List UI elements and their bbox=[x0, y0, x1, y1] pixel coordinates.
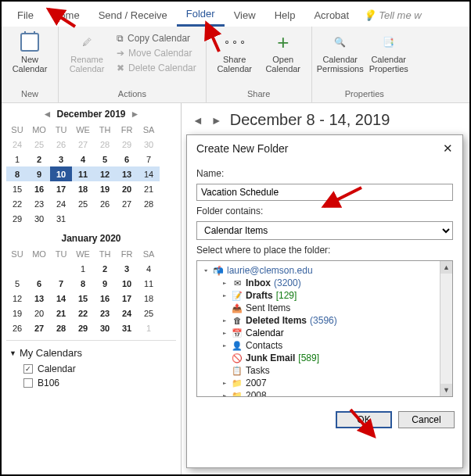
day-cell[interactable]: 16 bbox=[28, 181, 50, 196]
share-calendar-button[interactable]: ⚬⚬⚬ Share Calendar bbox=[213, 31, 257, 73]
scroll-down-icon[interactable]: ▼ bbox=[440, 384, 452, 396]
day-cell[interactable]: 7 bbox=[50, 276, 72, 291]
day-cell[interactable]: 27 bbox=[72, 137, 94, 152]
tree-item[interactable]: ▸📁 2008 bbox=[200, 389, 449, 397]
scroll-up-icon[interactable]: ▲ bbox=[440, 261, 452, 274]
day-cell[interactable]: 10 bbox=[50, 166, 72, 181]
day-cell[interactable]: 29 bbox=[72, 320, 94, 335]
day-cell[interactable]: 12 bbox=[6, 291, 28, 306]
folder-tree[interactable]: ▾📬 laurie@clemson.edu▸✉ Inbox (3200)▸📝 D… bbox=[196, 260, 453, 397]
calendar-list-item[interactable]: ✓Calendar bbox=[9, 362, 173, 376]
expand-icon[interactable]: ▸ bbox=[221, 318, 228, 324]
day-cell[interactable]: 15 bbox=[72, 291, 94, 306]
day-cell[interactable]: 6 bbox=[116, 152, 138, 166]
day-cell[interactable]: 1 bbox=[72, 261, 94, 276]
tree-item[interactable]: 📋 Tasks bbox=[200, 364, 449, 377]
calendar-list-item[interactable]: B106 bbox=[9, 376, 173, 390]
day-cell[interactable]: 28 bbox=[138, 196, 160, 211]
day-cell[interactable]: 5 bbox=[6, 276, 28, 291]
day-cell[interactable]: 29 bbox=[116, 137, 138, 152]
day-cell[interactable]: 5 bbox=[94, 152, 116, 166]
tree-item[interactable]: 🚫 Junk Email [589] bbox=[200, 352, 449, 364]
day-cell[interactable]: 17 bbox=[116, 291, 138, 306]
day-cell[interactable]: 26 bbox=[50, 137, 72, 152]
day-cell[interactable]: 22 bbox=[6, 196, 28, 211]
day-cell[interactable]: 23 bbox=[28, 196, 50, 211]
day-cell[interactable]: 13 bbox=[28, 291, 50, 306]
calendar-permissions-button[interactable]: 🔍 Calendar Permissions bbox=[318, 31, 362, 73]
day-cell[interactable]: 24 bbox=[6, 137, 28, 152]
tree-item[interactable]: ▸👤 Contacts bbox=[200, 339, 449, 352]
folder-contains-select[interactable]: Calendar Items bbox=[196, 221, 453, 240]
expand-icon[interactable]: ▸ bbox=[221, 381, 228, 386]
day-cell[interactable]: 4 bbox=[138, 261, 160, 276]
my-calendars-header[interactable]: ▼My Calendars bbox=[9, 347, 173, 359]
day-cell[interactable]: 23 bbox=[94, 306, 116, 320]
day-cell[interactable]: 28 bbox=[94, 137, 116, 152]
day-cell[interactable]: 25 bbox=[28, 137, 50, 152]
tab-view[interactable]: View bbox=[225, 5, 265, 26]
day-cell[interactable]: 15 bbox=[6, 181, 28, 196]
tab-help[interactable]: Help bbox=[265, 5, 305, 26]
tree-item[interactable]: ▾📬 laurie@clemson.edu bbox=[200, 264, 449, 277]
new-calendar-button[interactable]: New Calendar bbox=[8, 31, 52, 73]
day-cell[interactable]: 19 bbox=[94, 181, 116, 196]
day-cell[interactable]: 14 bbox=[50, 291, 72, 306]
day-cell[interactable]: 4 bbox=[72, 152, 94, 166]
day-cell[interactable]: 26 bbox=[94, 196, 116, 211]
day-cell[interactable]: 31 bbox=[50, 211, 72, 226]
day-cell[interactable]: 24 bbox=[116, 306, 138, 320]
tell-me[interactable]: 💡Tell me w bbox=[363, 9, 421, 21]
close-icon[interactable]: ✕ bbox=[443, 141, 453, 156]
day-cell[interactable]: 7 bbox=[138, 152, 160, 166]
next-week-button[interactable]: ► bbox=[211, 114, 222, 127]
expand-icon[interactable]: ▸ bbox=[221, 393, 228, 398]
day-cell[interactable]: 29 bbox=[6, 211, 28, 226]
calendar-properties-button[interactable]: 📑 Calendar Properties bbox=[367, 31, 411, 73]
tree-item[interactable]: ▸✉ Inbox (3200) bbox=[200, 277, 449, 289]
day-cell[interactable]: 14 bbox=[138, 166, 160, 181]
prev-week-button[interactable]: ◄ bbox=[192, 114, 203, 127]
day-cell[interactable]: 11 bbox=[138, 276, 160, 291]
tree-item[interactable]: ▸📝 Drafts [129] bbox=[200, 289, 449, 302]
day-cell[interactable]: 24 bbox=[50, 196, 72, 211]
day-cell[interactable]: 13 bbox=[116, 166, 138, 181]
day-cell[interactable]: 3 bbox=[116, 261, 138, 276]
day-cell[interactable]: 10 bbox=[116, 276, 138, 291]
cancel-button[interactable]: Cancel bbox=[398, 411, 455, 428]
folder-name-input[interactable] bbox=[196, 184, 453, 201]
day-cell[interactable]: 6 bbox=[28, 276, 50, 291]
day-cell[interactable]: 18 bbox=[72, 181, 94, 196]
day-cell[interactable]: 1 bbox=[138, 320, 160, 335]
tree-item[interactable]: ▸📁 2007 bbox=[200, 377, 449, 389]
day-cell[interactable]: 9 bbox=[28, 166, 50, 181]
day-cell[interactable]: 16 bbox=[94, 291, 116, 306]
expand-icon[interactable]: ▸ bbox=[221, 331, 228, 336]
tree-item[interactable]: 📤 Sent Items bbox=[200, 302, 449, 314]
tab-home[interactable]: Home bbox=[43, 5, 89, 26]
day-cell[interactable]: 19 bbox=[6, 306, 28, 320]
checkbox-icon[interactable] bbox=[23, 378, 33, 388]
day-cell[interactable]: 30 bbox=[28, 211, 50, 226]
ok-button[interactable]: OK bbox=[336, 411, 392, 428]
prev-month-button[interactable]: ◄ bbox=[43, 109, 52, 120]
day-cell[interactable]: 3 bbox=[50, 152, 72, 166]
day-cell[interactable]: 2 bbox=[28, 152, 50, 166]
day-cell[interactable]: 27 bbox=[28, 320, 50, 335]
day-cell[interactable]: 20 bbox=[28, 306, 50, 320]
day-cell[interactable]: 20 bbox=[116, 181, 138, 196]
open-calendar-button[interactable]: + Open Calendar bbox=[261, 31, 305, 73]
tab-file[interactable]: File bbox=[8, 5, 43, 26]
checkbox-icon[interactable]: ✓ bbox=[23, 364, 33, 374]
day-cell[interactable]: 18 bbox=[138, 291, 160, 306]
expand-icon[interactable]: ▾ bbox=[202, 268, 210, 274]
day-cell[interactable]: 9 bbox=[94, 276, 116, 291]
tree-item[interactable]: ▸🗑 Deleted Items (3596) bbox=[200, 314, 449, 327]
day-cell[interactable]: 26 bbox=[6, 320, 28, 335]
day-cell[interactable]: 30 bbox=[94, 320, 116, 335]
day-cell[interactable]: 12 bbox=[94, 166, 116, 181]
expand-icon[interactable]: ▸ bbox=[221, 281, 228, 286]
day-cell[interactable]: 1 bbox=[6, 152, 28, 166]
tree-item[interactable]: ▸📅 Calendar bbox=[200, 327, 449, 339]
scrollbar[interactable]: ▲ ▼ bbox=[440, 261, 452, 396]
